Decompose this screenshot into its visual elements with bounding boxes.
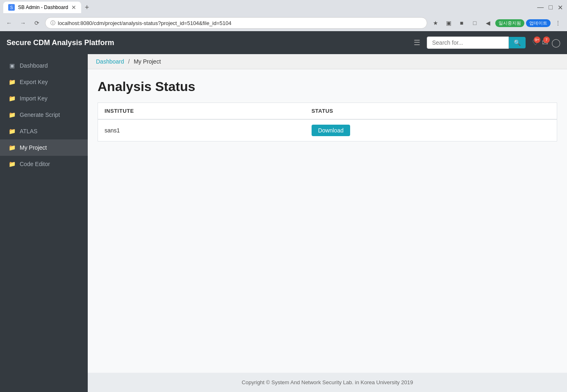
- generate-script-icon: 📁: [8, 112, 16, 118]
- sidebar-item-generate-script[interactable]: 📁 Generate Script: [0, 107, 88, 123]
- app-body: ▣ Dashboard 📁 Export Key 📁 Import Key 📁 …: [0, 54, 567, 392]
- browser-tabs: S SB Admin - Dashboard ✕ +: [3, 2, 93, 13]
- sidebar: ▣ Dashboard 📁 Export Key 📁 Import Key 📁 …: [0, 54, 88, 392]
- breadcrumb-current: My Project: [134, 58, 161, 65]
- analysis-status-table: INSTITUTE STATUS sans1 Download: [98, 103, 557, 141]
- breadcrumb-separator: /: [128, 58, 130, 65]
- header-icons: ♡ 9+ ✉ 7 ◯: [532, 38, 560, 48]
- notification-button[interactable]: ♡ 9+: [532, 38, 539, 47]
- breadcrumb-home-link[interactable]: Dashboard: [96, 58, 124, 65]
- footer: Copyright © System And Network Security …: [88, 373, 567, 392]
- sidebar-item-label: Export Key: [20, 79, 48, 85]
- sidebar-item-label: ATLAS: [20, 128, 37, 134]
- new-tab-button[interactable]: +: [81, 2, 93, 13]
- refresh-button[interactable]: ⟳: [31, 17, 43, 29]
- notification-badge: 9+: [534, 36, 540, 43]
- sidebar-item-atlas[interactable]: 📁 ATLAS: [0, 123, 88, 139]
- url-text: localhost:8080/cdm/project/analysis-stat…: [58, 20, 422, 26]
- messages-button[interactable]: ✉ 7: [542, 38, 548, 47]
- maximize-icon[interactable]: □: [548, 3, 553, 12]
- col-header-institute: INSTITUTE: [98, 103, 305, 120]
- search-input[interactable]: [427, 36, 509, 49]
- extensions-icon[interactable]: ◀: [482, 17, 494, 29]
- sidebar-item-label: Code Editor: [20, 161, 50, 167]
- tab-label: SB Admin - Dashboard: [18, 5, 68, 10]
- search-area: 🔍: [427, 36, 526, 49]
- update-badge-label: 업데이트: [529, 20, 547, 26]
- tab-close-icon[interactable]: ✕: [71, 4, 76, 11]
- lock-icon: ⓘ: [50, 20, 55, 27]
- korean-badge-button[interactable]: 일시중지됨: [495, 19, 524, 27]
- sidebar-item-dashboard[interactable]: ▣ Dashboard: [0, 57, 88, 74]
- update-badge-button[interactable]: 업데이트: [526, 19, 551, 27]
- screenshot-icon[interactable]: ▣: [443, 17, 454, 29]
- window-controls: — □ ✕: [536, 3, 564, 12]
- import-key-icon: 📁: [8, 95, 16, 102]
- sidebar-item-label: My Project: [20, 144, 47, 151]
- korean-badge-label: 일시중지됨: [499, 20, 521, 26]
- my-project-icon: 📁: [8, 144, 16, 151]
- extension2-icon[interactable]: □: [469, 17, 480, 29]
- forward-button[interactable]: →: [17, 17, 29, 29]
- app-title: Secure CDM Analysis Platform: [7, 39, 407, 47]
- export-key-icon: 📁: [8, 79, 16, 85]
- table-row: sans1 Download: [98, 119, 557, 141]
- minimize-icon[interactable]: —: [536, 3, 544, 12]
- page-title: Analysis Status: [98, 79, 557, 94]
- sidebar-item-label: Import Key: [20, 95, 48, 102]
- code-editor-icon: 📁: [8, 161, 16, 167]
- back-button[interactable]: ←: [3, 17, 15, 29]
- table-header-row: INSTITUTE STATUS: [98, 103, 557, 120]
- tab-favicon: S: [8, 4, 15, 11]
- messages-badge: 7: [543, 36, 550, 43]
- footer-text: Copyright © System And Network Security …: [242, 379, 413, 385]
- sidebar-item-import-key[interactable]: 📁 Import Key: [0, 90, 88, 107]
- user-button[interactable]: ◯: [551, 38, 560, 48]
- bookmark-icon[interactable]: ★: [430, 17, 441, 29]
- app-header: Secure CDM Analysis Platform ☰ 🔍 ♡ 9+ ✉ …: [0, 31, 567, 54]
- download-button[interactable]: Download: [312, 125, 350, 136]
- sidebar-item-export-key[interactable]: 📁 Export Key: [0, 74, 88, 90]
- main-content: Analysis Status INSTITUTE STATUS sans1 D…: [88, 69, 567, 231]
- app: Secure CDM Analysis Platform ☰ 🔍 ♡ 9+ ✉ …: [0, 31, 567, 392]
- institute-cell: sans1: [98, 119, 305, 141]
- browser-right-icons: ★ ▣ ■ □ ◀ 일시중지됨 업데이트 ⋮: [430, 17, 564, 29]
- atlas-icon: 📁: [8, 128, 16, 134]
- search-button[interactable]: 🔍: [509, 37, 526, 48]
- close-icon[interactable]: ✕: [557, 3, 564, 12]
- sidebar-item-label: Generate Script: [20, 112, 60, 118]
- main-content-area: Dashboard / My Project Analysis Status I…: [88, 54, 567, 392]
- browser-addressbar: ← → ⟳ ⓘ localhost:8080/cdm/project/analy…: [0, 15, 567, 31]
- breadcrumb: Dashboard / My Project: [88, 54, 567, 69]
- browser-tab-active[interactable]: S SB Admin - Dashboard ✕: [3, 2, 81, 13]
- col-header-status: STATUS: [305, 103, 557, 120]
- browser-titlebar: S SB Admin - Dashboard ✕ + — □ ✕: [0, 0, 567, 15]
- address-bar[interactable]: ⓘ localhost:8080/cdm/project/analysis-st…: [45, 17, 427, 29]
- browser-chrome: S SB Admin - Dashboard ✕ + — □ ✕ ← → ⟳ ⓘ…: [0, 0, 567, 31]
- menu-icon[interactable]: ⋮: [552, 17, 564, 29]
- status-cell: Download: [305, 119, 557, 141]
- sidebar-item-label: Dashboard: [20, 62, 48, 69]
- sidebar-item-code-editor[interactable]: 📁 Code Editor: [0, 156, 88, 172]
- extension1-icon[interactable]: ■: [456, 17, 467, 29]
- sidebar-item-my-project[interactable]: 📁 My Project: [0, 139, 88, 156]
- dashboard-icon: ▣: [8, 62, 16, 69]
- hamburger-icon[interactable]: ☰: [414, 38, 420, 47]
